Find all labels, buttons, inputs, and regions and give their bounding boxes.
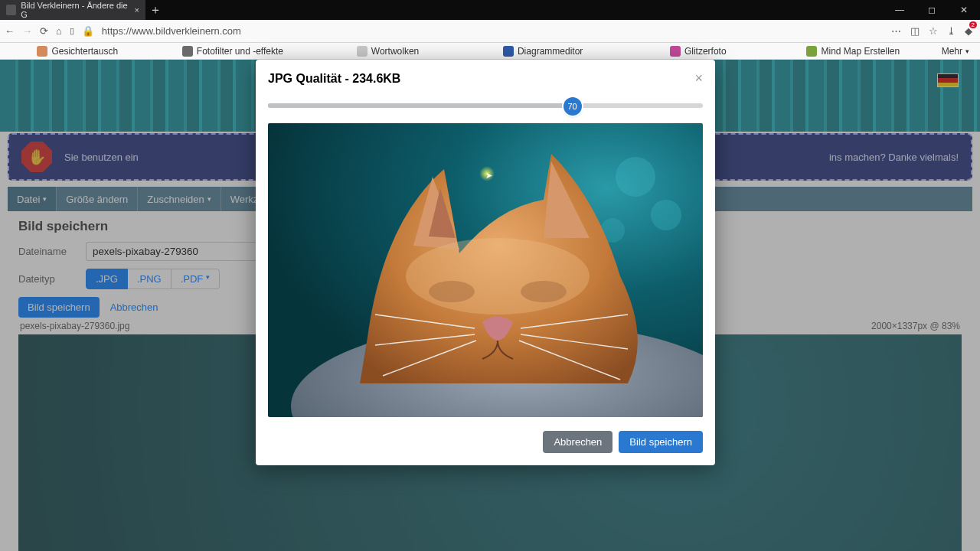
window-minimize-icon[interactable]: — <box>884 0 916 20</box>
address-bar: ← → ⟳ ⌂ ▯ 🔒 https://www.bildverkleinern.… <box>0 20 980 43</box>
page-content: ✋ Sie benutzen ein ins machen? Danke vie… <box>0 60 980 551</box>
quality-modal: JPG Qualität - 234.6KB × 70 <box>256 60 715 465</box>
bookmark-item[interactable]: Wortwolken <box>310 46 466 57</box>
bookmark-item[interactable]: Gesichtertausch <box>0 46 155 57</box>
bookmark-item[interactable]: Mind Map Erstellen <box>776 46 931 57</box>
browser-titlebar: Bild Verkleinern - Ändere die G × ＋ — ◻ … <box>0 0 980 20</box>
home-icon[interactable]: ⌂ <box>56 25 62 37</box>
svg-point-2 <box>651 200 681 230</box>
bookmark-item[interactable]: Fotofilter und -effekte <box>155 46 311 57</box>
bookmarks-bar: Gesichtertausch Fotofilter und -effekte … <box>0 43 980 60</box>
modal-close-icon[interactable]: × <box>694 70 703 86</box>
shield-icon[interactable]: ▯ <box>70 26 74 36</box>
url-text[interactable]: https://www.bildverkleinern.com <box>102 25 884 37</box>
window-maximize-icon[interactable]: ◻ <box>916 0 948 20</box>
tab-title: Bild Verkleinern - Ändere die G <box>21 1 129 19</box>
modal-title: JPG Qualität - 234.6KB <box>268 72 400 86</box>
modal-save-button[interactable]: Bild speichern <box>619 431 703 453</box>
window-close-icon[interactable]: ✕ <box>948 0 980 20</box>
forward-icon: → <box>22 25 32 37</box>
slider-thumb[interactable]: 70 <box>564 97 582 116</box>
new-tab-button[interactable]: ＋ <box>145 0 165 20</box>
bookmark-item[interactable]: Diagrammeditor <box>466 46 621 57</box>
lock-icon[interactable]: 🔒 <box>82 25 94 37</box>
download-icon[interactable]: ⤓ <box>947 25 956 37</box>
back-icon[interactable]: ← <box>5 25 15 37</box>
reader-icon[interactable]: ◫ <box>910 25 920 37</box>
meatball-icon[interactable]: ⋯ <box>891 25 901 37</box>
quality-slider[interactable]: 70 <box>268 97 703 114</box>
modal-cancel-button[interactable]: Abbrechen <box>543 431 612 453</box>
bookmark-star-icon[interactable]: ☆ <box>929 25 938 37</box>
reload-icon[interactable]: ⟳ <box>40 25 48 37</box>
browser-tab[interactable]: Bild Verkleinern - Ändere die G × <box>0 0 145 20</box>
tab-close-icon[interactable]: × <box>135 5 139 15</box>
tab-favicon-icon <box>6 5 16 15</box>
bookmarks-more[interactable]: Mehr▾ <box>931 46 980 57</box>
extension-badge-icon[interactable]: ◆ <box>965 25 972 37</box>
svg-point-1 <box>616 157 655 197</box>
modal-preview-image: ➤ <box>268 123 703 417</box>
bookmark-item[interactable]: Glitzerfoto <box>620 46 776 57</box>
cursor-arrow-icon: ➤ <box>485 171 492 181</box>
svg-point-13 <box>406 238 590 315</box>
